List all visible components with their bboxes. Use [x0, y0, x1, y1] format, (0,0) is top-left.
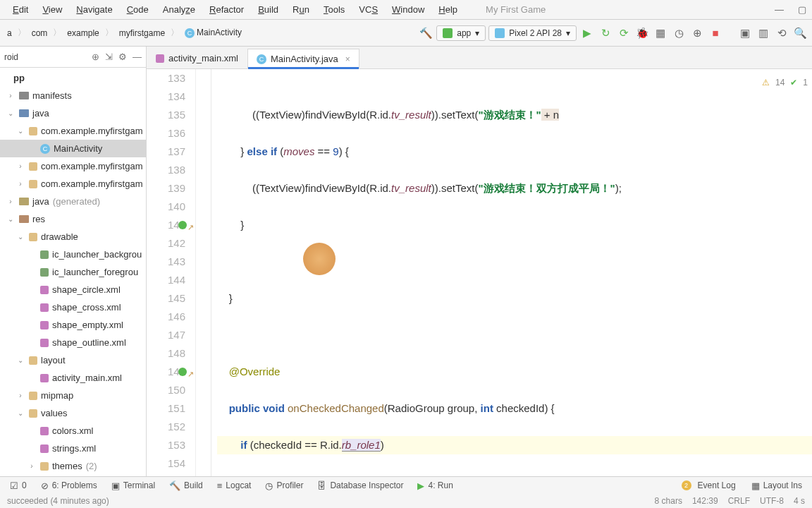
- tab-activity-main[interactable]: activity_main.xml: [147, 48, 247, 68]
- code-editor[interactable]: 133134135136 137138139140 141↗ 142143144…: [147, 69, 812, 476]
- tree-manifests[interactable]: ›manifests: [0, 87, 146, 104]
- search-icon[interactable]: 🔍: [792, 25, 808, 41]
- menu-window[interactable]: Window: [385, 1, 431, 18]
- line-gutter: 133134135136 137138139140 141↗ 142143144…: [147, 69, 196, 476]
- tree-shape-empty[interactable]: shape_empty.xml: [0, 316, 146, 334]
- menu-edit[interactable]: Edit: [6, 1, 35, 18]
- apply-changes-icon[interactable]: ↻: [598, 25, 613, 41]
- sidebar-mode[interactable]: roid: [4, 52, 18, 62]
- device-label: Pixel 2 API 28: [509, 28, 562, 38]
- tree-strings[interactable]: strings.xml: [0, 440, 146, 457]
- source-code[interactable]: ⚠14 ✔1 ((TextView)findViewById(R.id.tv_r…: [211, 69, 812, 476]
- status-message: succeeded (4 minutes ago): [7, 496, 109, 506]
- status-indent[interactable]: 4 s: [794, 496, 805, 506]
- inspection-badges[interactable]: ⚠14 ✔1: [762, 73, 808, 92]
- menu-code[interactable]: Code: [120, 1, 156, 18]
- minimize-icon[interactable]: —: [775, 4, 784, 15]
- tool-logcat[interactable]: ≡Logcat: [211, 478, 257, 494]
- tree-pkg2[interactable]: ›com.example.myfirstgam: [0, 157, 146, 175]
- run-icon[interactable]: ▶: [579, 25, 595, 41]
- tree-shape-circle[interactable]: shape_circle.xml: [0, 281, 146, 298]
- menu-vcs[interactable]: VCS: [352, 1, 385, 18]
- tool-db-inspector[interactable]: 🗄Database Inspector: [312, 478, 409, 494]
- tool-run[interactable]: ▶4: Run: [412, 478, 458, 494]
- tool-profiler[interactable]: ◷Profiler: [259, 478, 309, 494]
- tree-ic-fg[interactable]: ic_launcher_foregrou: [0, 263, 146, 281]
- tool-todo[interactable]: ☑0: [4, 478, 32, 494]
- maximize-icon[interactable]: ▢: [798, 4, 806, 15]
- sidebar-header: roid ⊕ ⇲ ⚙ —: [0, 47, 146, 68]
- tree-themes[interactable]: ›themes (2): [0, 457, 146, 475]
- tree-shape-cross[interactable]: shape_cross.xml: [0, 298, 146, 316]
- status-lineending[interactable]: CRLF: [728, 496, 750, 506]
- sdk-icon[interactable]: ▥: [756, 25, 771, 41]
- close-icon[interactable]: ×: [345, 54, 350, 64]
- menu-refactor[interactable]: Refactor: [202, 1, 251, 18]
- coverage-icon[interactable]: ▦: [653, 25, 668, 41]
- crumb-2[interactable]: example: [64, 27, 102, 40]
- avd-icon[interactable]: ▣: [737, 25, 753, 41]
- menu-analyze[interactable]: Analyze: [156, 1, 202, 18]
- tree-mainactivity[interactable]: CMainActivity: [0, 140, 146, 157]
- run-config-label: app: [457, 28, 471, 38]
- status-chars: 8 chars: [655, 496, 682, 506]
- crumb-1[interactable]: com: [29, 27, 51, 40]
- chevron-down-icon: ▾: [475, 28, 479, 38]
- menu-navigate[interactable]: Navigate: [69, 1, 119, 18]
- tree-shape-outline[interactable]: shape_outline.xml: [0, 334, 146, 351]
- tree-colors[interactable]: colors.xml: [0, 422, 146, 440]
- menu-view[interactable]: View: [35, 1, 69, 18]
- crumb-0[interactable]: a: [4, 27, 15, 40]
- project-title: My First Game: [486, 4, 546, 15]
- tree-javagen[interactable]: ›java (generated): [0, 193, 146, 210]
- debug-icon[interactable]: 🐞: [634, 25, 650, 41]
- menu-tools[interactable]: Tools: [316, 1, 352, 18]
- tab-mainactivity[interactable]: C MainActivity.java ×: [247, 49, 359, 69]
- hide-icon[interactable]: —: [133, 52, 142, 62]
- tree-res[interactable]: ⌄res: [0, 210, 146, 228]
- device-icon: [495, 28, 505, 38]
- crumb-3[interactable]: myfirstgame: [116, 27, 168, 40]
- sync-icon[interactable]: ⟲: [774, 25, 789, 41]
- tree-layout[interactable]: ⌄layout: [0, 351, 146, 369]
- status-bar: succeeded (4 minutes ago) 8 chars 142:39…: [0, 494, 812, 508]
- tool-layoutinspector[interactable]: ▦Layout Ins: [746, 478, 808, 494]
- profile-icon[interactable]: ◷: [671, 25, 687, 41]
- crumb-4[interactable]: CMainActivity: [182, 26, 245, 40]
- tool-build[interactable]: 🔨Build: [164, 478, 209, 494]
- run-config-select[interactable]: app ▾: [436, 25, 486, 41]
- main-split: roid ⊕ ⇲ ⚙ — pp ›manifests ⌄java ⌄com.ex…: [0, 47, 812, 476]
- status-pos[interactable]: 142:39: [692, 496, 718, 506]
- status-encoding[interactable]: UTF-8: [760, 496, 784, 506]
- stop-icon[interactable]: ■: [708, 25, 723, 41]
- tree-activity-main[interactable]: activity_main.xml: [0, 369, 146, 387]
- tab-label: activity_main.xml: [168, 53, 238, 64]
- tree-ic-bg[interactable]: ic_launcher_backgrou: [0, 246, 146, 263]
- target-icon[interactable]: ⊕: [92, 52, 99, 62]
- menu-run[interactable]: Run: [285, 1, 316, 18]
- attach-debugger-icon[interactable]: ⊕: [689, 25, 705, 41]
- tree-drawable[interactable]: ⌄drawable: [0, 228, 146, 246]
- tool-problems[interactable]: ⊘6: Problems: [35, 478, 103, 494]
- tree-root[interactable]: pp: [0, 69, 146, 87]
- device-select[interactable]: Pixel 2 API 28 ▾: [488, 25, 577, 41]
- hammer-icon[interactable]: 🔨: [418, 25, 433, 41]
- project-sidebar: roid ⊕ ⇲ ⚙ — pp ›manifests ⌄java ⌄com.ex…: [0, 47, 147, 476]
- expand-icon[interactable]: ⇲: [105, 52, 113, 62]
- menu-build[interactable]: Build: [251, 1, 285, 18]
- tree-mipmap[interactable]: ›mipmap: [0, 387, 146, 404]
- project-tree: pp ›manifests ⌄java ⌄com.example.myfirst…: [0, 68, 146, 475]
- gear-icon[interactable]: ⚙: [118, 52, 127, 62]
- tool-eventlog[interactable]: 2Event Log: [676, 478, 742, 494]
- chevron-down-icon: ▾: [566, 28, 570, 38]
- tool-terminal[interactable]: ▣Terminal: [106, 478, 161, 494]
- tree-values[interactable]: ⌄values: [0, 404, 146, 422]
- tree-pkg3[interactable]: ›com.example.myfirstgam: [0, 175, 146, 193]
- menu-help[interactable]: Help: [431, 1, 465, 18]
- override-marker-icon[interactable]: [178, 368, 187, 376]
- override-marker-icon[interactable]: [178, 221, 187, 229]
- tree-pkg1[interactable]: ⌄com.example.myfirstgam: [0, 122, 146, 140]
- apply-code-icon[interactable]: ⟳: [616, 25, 632, 41]
- class-icon: C: [257, 54, 266, 64]
- tree-java[interactable]: ⌄java: [0, 104, 146, 122]
